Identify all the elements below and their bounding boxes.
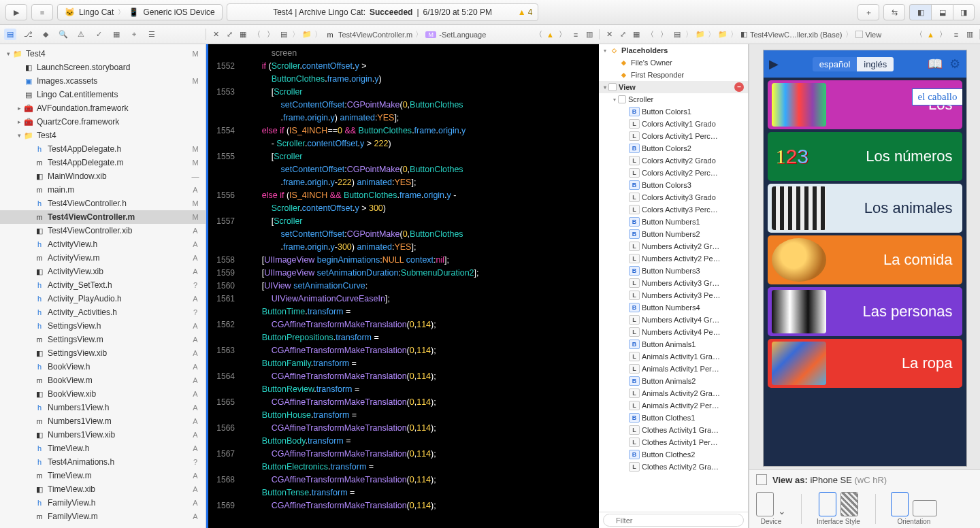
outline-item[interactable]: LNumbers Activity2 Pe… bbox=[599, 252, 748, 265]
outline-item[interactable]: BButton Animals1 bbox=[599, 338, 748, 350]
outline-item[interactable]: BButton Colors3 bbox=[599, 179, 748, 191]
warning-badge[interactable]: ▲4 bbox=[518, 7, 533, 17]
gear-icon[interactable]: ⚙︎ bbox=[949, 56, 960, 71]
nav-row[interactable]: ◧Test4ViewController.xibA bbox=[0, 224, 206, 237]
outline-item[interactable]: LAnimals Activity2 Per… bbox=[599, 399, 748, 412]
debug-navigator-icon[interactable]: ▦ bbox=[110, 30, 122, 39]
code-area[interactable]: screen if (Scroller.contentOffset.y > Bu… bbox=[239, 44, 599, 528]
library-button[interactable]: ＋ bbox=[858, 4, 879, 20]
editor-jumpbar[interactable]: ✕ ⤢ ▦ 〈 〉 ▤ 〉📁〉 mTest4ViewController.m 〉… bbox=[206, 29, 599, 39]
outline-item[interactable]: LNumbers Activity3 Pe… bbox=[599, 289, 748, 301]
nav-row[interactable]: hActivity_SetText.h? bbox=[0, 278, 206, 292]
nav-row[interactable]: ◧SettingsView.xibA bbox=[0, 346, 206, 360]
card-clothes[interactable]: La ropa bbox=[768, 339, 962, 388]
nav-row[interactable]: mFamilyView.mA bbox=[0, 510, 206, 523]
nav-row[interactable]: hTimeView.hA bbox=[0, 442, 206, 455]
card-people[interactable]: Las personas bbox=[768, 287, 962, 336]
device-picker[interactable]: ⌄Device bbox=[756, 492, 786, 525]
nav-row[interactable]: hActivity_PlayAudio.hA bbox=[0, 292, 206, 306]
find-navigator-icon[interactable]: 🔍 bbox=[57, 30, 69, 39]
nav-row[interactable]: mmain.mA bbox=[0, 183, 206, 197]
project-navigator-icon[interactable]: ▤ bbox=[4, 29, 16, 40]
outline-item[interactable]: BButton Colors1 bbox=[599, 105, 748, 118]
back-icon[interactable]: 〈 bbox=[251, 29, 262, 39]
nav-row[interactable]: hTest4ViewController.hM bbox=[0, 197, 206, 210]
outline-item[interactable]: LColors Activity3 Perc… bbox=[599, 203, 748, 216]
outline-item[interactable]: LColors Activity1 Perc… bbox=[599, 130, 748, 142]
outline-item[interactable]: BButton Clothes2 bbox=[599, 448, 748, 461]
test-navigator-icon[interactable]: ✓ bbox=[93, 30, 105, 39]
nav-row[interactable]: ▸🧰QuartzCore.framework bbox=[0, 115, 206, 129]
outline-item[interactable]: BButton Animals2 bbox=[599, 375, 748, 387]
close-icon[interactable]: ✕ bbox=[604, 30, 615, 39]
run-button[interactable]: ▶ bbox=[5, 4, 27, 20]
orientation-picker[interactable]: Orientation bbox=[891, 492, 937, 525]
interface-style-picker[interactable]: Interface Style bbox=[817, 492, 860, 525]
outline-item[interactable]: LAnimals Activity1 Gra… bbox=[599, 350, 748, 363]
nav-row[interactable]: hFamilyView.hA bbox=[0, 496, 206, 510]
outline-item[interactable]: LColors Activity2 Grado bbox=[599, 154, 748, 167]
nav-row[interactable]: hTest4AppDelegate.hM bbox=[0, 142, 206, 156]
code-review-button[interactable]: ⇆ bbox=[883, 4, 905, 20]
expand-icon[interactable]: ⤢ bbox=[224, 30, 235, 39]
outline-item[interactable]: LClothes Activity1 Gra… bbox=[599, 424, 748, 436]
card-colors[interactable]: Losel caballo bbox=[768, 80, 962, 129]
outline-item[interactable]: BButton Clothes1 bbox=[599, 412, 748, 424]
project-navigator[interactable]: ▾📁Test4M◧LaunchScreen.storyboard▣Images.… bbox=[0, 44, 206, 528]
outline-item[interactable]: ◆First Responder bbox=[599, 69, 748, 81]
card-numbers[interactable]: 123Los números bbox=[768, 132, 962, 181]
nav-row[interactable]: mTimeView.mA bbox=[0, 469, 206, 482]
symbol-navigator-icon[interactable]: ◆ bbox=[39, 30, 52, 39]
outline-item[interactable]: LAnimals Activity2 Gra… bbox=[599, 387, 748, 399]
outline-item[interactable]: LColors Activity3 Grado bbox=[599, 191, 748, 203]
outline-item[interactable]: LNumbers Activity4 Gr… bbox=[599, 314, 748, 326]
play-icon[interactable]: ▶ bbox=[769, 56, 779, 71]
report-navigator-icon[interactable]: ☰ bbox=[146, 30, 158, 39]
breakpoint-navigator-icon[interactable]: ⌖ bbox=[128, 30, 140, 39]
stop-button[interactable]: ■ bbox=[31, 4, 53, 20]
card-animals[interactable]: Los animales bbox=[768, 184, 962, 233]
outline-item[interactable]: BButton Numbers2 bbox=[599, 228, 748, 240]
outline-item[interactable]: BButton Colors2 bbox=[599, 142, 748, 154]
outline-item[interactable]: LNumbers Activity4 Pe… bbox=[599, 326, 748, 338]
outline-item[interactable]: LNumbers Activity2 Gr… bbox=[599, 240, 748, 252]
nav-row[interactable]: ◧TimeView.xibA bbox=[0, 482, 206, 496]
view-as-bar[interactable]: View as: iPhone SE (wC hR) ⌄Device Inter… bbox=[749, 469, 980, 528]
nav-row[interactable]: mTest4AppDelegate.mM bbox=[0, 156, 206, 169]
source-control-icon[interactable]: ⎇ bbox=[22, 30, 34, 39]
nav-row[interactable]: hBookView.hA bbox=[0, 360, 206, 374]
source-editor[interactable]: 1552155315541555155615571558155915601561… bbox=[206, 44, 599, 528]
outline-item[interactable]: BButton Numbers4 bbox=[599, 301, 748, 314]
right-panel-toggle[interactable]: ◨ bbox=[953, 4, 975, 20]
nav-row[interactable]: ◧MainWindow.xib— bbox=[0, 169, 206, 183]
nav-row[interactable]: mTest4ViewController.mM bbox=[0, 210, 206, 224]
outline-item[interactable]: LColors Activity1 Grado bbox=[599, 118, 748, 130]
outline-filter[interactable] bbox=[599, 512, 748, 528]
editor-layout-segmented[interactable]: ◧ ⬓ ◨ bbox=[909, 4, 975, 20]
delete-icon[interactable]: – bbox=[734, 82, 744, 92]
nav-row[interactable]: hNumbers1View.hA bbox=[0, 401, 206, 414]
outline-item[interactable]: LNumbers Activity3 Gr… bbox=[599, 277, 748, 289]
scheme-selector[interactable]: 🐱Lingo Cat 〉 📱Generic iOS Device bbox=[57, 4, 223, 20]
outline-item[interactable]: LClothes Activity1 Per… bbox=[599, 436, 748, 448]
expand-icon[interactable]: ⤢ bbox=[617, 30, 628, 39]
nav-row[interactable]: ◧BookView.xibA bbox=[0, 387, 206, 401]
nav-row[interactable]: ▸🧰AVFoundation.framework bbox=[0, 101, 206, 115]
minimap-icon[interactable]: ≡ bbox=[570, 31, 581, 39]
outline-item[interactable]: LAnimals Activity1 Per… bbox=[599, 363, 748, 375]
outline-item[interactable]: ◆File's Owner bbox=[599, 56, 748, 69]
device-preview[interactable]: ▶ español inglés 📖⚙︎ Losel caballo 123Lo… bbox=[763, 50, 967, 467]
ib-outline-pane[interactable]: ▾◇Placeholders◆File's Owner◆First Respon… bbox=[599, 44, 749, 528]
filter-input[interactable] bbox=[603, 514, 744, 527]
nav-row[interactable]: ▾📁Test4M bbox=[0, 47, 206, 61]
language-toggle[interactable]: español inglés bbox=[813, 57, 894, 71]
card-food[interactable]: La comida bbox=[768, 235, 962, 284]
book-icon[interactable]: 📖 bbox=[928, 56, 943, 71]
nav-row[interactable]: ◧Numbers1View.xibA bbox=[0, 428, 206, 442]
outline-item[interactable]: LColors Activity2 Perc… bbox=[599, 167, 748, 179]
forward-icon[interactable]: 〉 bbox=[265, 29, 276, 39]
nav-row[interactable]: hActivityView.hA bbox=[0, 237, 206, 251]
outline-item[interactable]: LClothes Activity2 Gra… bbox=[599, 461, 748, 473]
close-icon[interactable]: ✕ bbox=[210, 30, 221, 39]
nav-row[interactable]: hTest4Animations.h? bbox=[0, 455, 206, 469]
